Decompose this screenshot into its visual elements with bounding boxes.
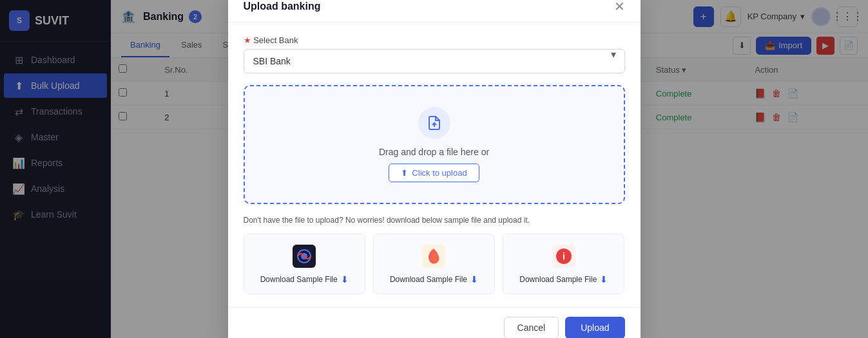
download-icon-3: ⬇ [600,274,608,285]
sample-files-container: Download Sample File ⬇ Download Sample F… [244,234,625,294]
upload-file-icon [418,107,450,139]
modal-footer: Cancel Upload [228,307,641,339]
upload-button[interactable]: Upload [565,317,624,339]
sample-file-card-3[interactable]: i Download Sample File ⬇ [503,234,624,294]
no-file-message: Don't have the file to upload? No worrie… [244,216,625,225]
modal-close-button[interactable]: ✕ [614,0,625,13]
sample-file-label-2: Download Sample File ⬇ [390,274,478,285]
modal-title: Upload banking [244,1,321,12]
sample-icon-2 [421,243,447,269]
drag-drop-text: Drag and drop a file here or [379,147,489,157]
download-icon-2: ⬇ [470,274,478,285]
sample-file-card-1[interactable]: Download Sample File ⬇ [244,234,365,294]
bank-select-label: ★ Select Bank [244,35,625,45]
upload-modal: Upload banking ✕ ★ Select Bank SBI Bank … [228,0,641,338]
cancel-button[interactable]: Cancel [504,317,559,339]
modal-overlay[interactable]: Upload banking ✕ ★ Select Bank SBI Bank … [0,0,868,338]
sample-file-card-2[interactable]: Download Sample File ⬇ [373,234,495,294]
upload-arrow-icon: ⬆ [401,168,408,178]
bank-select-wrapper: ★ Select Bank SBI Bank HDFC Bank ICICI B… [244,35,625,73]
sample-icon-3: i [551,243,577,269]
bank-select[interactable]: SBI Bank HDFC Bank ICICI Bank Axis Bank [244,49,625,73]
modal-body: ★ Select Bank SBI Bank HDFC Bank ICICI B… [228,23,641,307]
sample-icon-1 [291,243,317,269]
upload-drop-area[interactable]: Drag and drop a file here or ⬆ Click to … [244,85,625,204]
svg-text:i: i [563,251,565,261]
modal-header: Upload banking ✕ [228,0,641,23]
sample-file-label-3: Download Sample File ⬇ [519,274,608,285]
sample-file-label-1: Download Sample File ⬇ [260,274,349,285]
download-icon-1: ⬇ [341,274,349,285]
click-to-upload-button[interactable]: ⬆ Click to upload [389,164,479,182]
